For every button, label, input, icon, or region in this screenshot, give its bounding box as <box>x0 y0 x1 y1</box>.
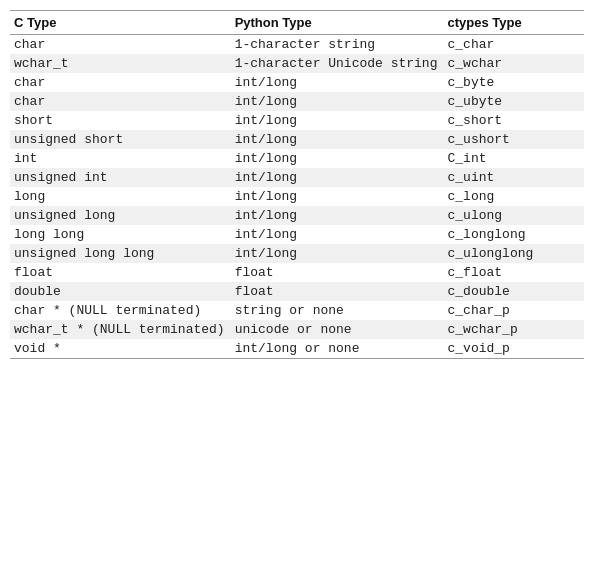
header-python: Python Type <box>231 11 444 35</box>
table-row: floatfloatc_float <box>10 263 584 282</box>
cell-r0-c2: c_char <box>443 35 584 55</box>
cell-r9-c2: c_ulong <box>443 206 584 225</box>
cell-r2-c2: c_byte <box>443 73 584 92</box>
cell-r14-c2: c_char_p <box>443 301 584 320</box>
cell-r5-c1: int/long <box>231 130 444 149</box>
table-row: wchar_t1-character Unicode stringc_wchar <box>10 54 584 73</box>
cell-r15-c0: wchar_t * (NULL terminated) <box>10 320 231 339</box>
cell-r5-c2: c_ushort <box>443 130 584 149</box>
cell-r16-c0: void * <box>10 339 231 359</box>
table-row: intint/longC_int <box>10 149 584 168</box>
cell-r1-c2: c_wchar <box>443 54 584 73</box>
cell-r15-c1: unicode or none <box>231 320 444 339</box>
cell-r3-c0: char <box>10 92 231 111</box>
cell-r6-c2: C_int <box>443 149 584 168</box>
cell-r16-c1: int/long or none <box>231 339 444 359</box>
cell-r8-c2: c_long <box>443 187 584 206</box>
cell-r1-c1: 1-character Unicode string <box>231 54 444 73</box>
cell-r14-c1: string or none <box>231 301 444 320</box>
cell-r5-c0: unsigned short <box>10 130 231 149</box>
cell-r1-c0: wchar_t <box>10 54 231 73</box>
cell-r13-c1: float <box>231 282 444 301</box>
cell-r11-c2: c_ulonglong <box>443 244 584 263</box>
cell-r4-c1: int/long <box>231 111 444 130</box>
cell-r4-c2: c_short <box>443 111 584 130</box>
table-row: long longint/longc_longlong <box>10 225 584 244</box>
cell-r10-c0: long long <box>10 225 231 244</box>
cell-r9-c0: unsigned long <box>10 206 231 225</box>
table-row: unsigned long longint/longc_ulonglong <box>10 244 584 263</box>
cell-r3-c1: int/long <box>231 92 444 111</box>
cell-r11-c1: int/long <box>231 244 444 263</box>
table-row: unsigned shortint/longc_ushort <box>10 130 584 149</box>
cell-r16-c2: c_void_p <box>443 339 584 359</box>
cell-r12-c0: float <box>10 263 231 282</box>
cell-r2-c0: char <box>10 73 231 92</box>
cell-r14-c0: char * (NULL terminated) <box>10 301 231 320</box>
cell-r8-c1: int/long <box>231 187 444 206</box>
header-ctype: C Type <box>10 11 231 35</box>
table-row: unsigned longint/longc_ulong <box>10 206 584 225</box>
cell-r0-c0: char <box>10 35 231 55</box>
cell-r12-c1: float <box>231 263 444 282</box>
table-header-row: C Type Python Type ctypes Type <box>10 11 584 35</box>
cell-r0-c1: 1-character string <box>231 35 444 55</box>
type-mapping-table: C Type Python Type ctypes Type char1-cha… <box>10 10 584 359</box>
table-row: doublefloatc_double <box>10 282 584 301</box>
cell-r6-c0: int <box>10 149 231 168</box>
table-row: unsigned intint/longc_uint <box>10 168 584 187</box>
cell-r3-c2: c_ubyte <box>443 92 584 111</box>
cell-r12-c2: c_float <box>443 263 584 282</box>
cell-r7-c2: c_uint <box>443 168 584 187</box>
cell-r7-c1: int/long <box>231 168 444 187</box>
cell-r13-c0: double <box>10 282 231 301</box>
table-row: char * (NULL terminated)string or nonec_… <box>10 301 584 320</box>
table-row: wchar_t * (NULL terminated)unicode or no… <box>10 320 584 339</box>
header-ctypes: ctypes Type <box>443 11 584 35</box>
cell-r15-c2: c_wchar_p <box>443 320 584 339</box>
table-row: charint/longc_byte <box>10 73 584 92</box>
cell-r2-c1: int/long <box>231 73 444 92</box>
cell-r11-c0: unsigned long long <box>10 244 231 263</box>
cell-r10-c1: int/long <box>231 225 444 244</box>
table-row: longint/longc_long <box>10 187 584 206</box>
table-row: charint/longc_ubyte <box>10 92 584 111</box>
cell-r13-c2: c_double <box>443 282 584 301</box>
cell-r7-c0: unsigned int <box>10 168 231 187</box>
table-row: void *int/long or nonec_void_p <box>10 339 584 359</box>
cell-r6-c1: int/long <box>231 149 444 168</box>
cell-r8-c0: long <box>10 187 231 206</box>
table-row: char1-character stringc_char <box>10 35 584 55</box>
table-row: shortint/longc_short <box>10 111 584 130</box>
cell-r9-c1: int/long <box>231 206 444 225</box>
cell-r4-c0: short <box>10 111 231 130</box>
cell-r10-c2: c_longlong <box>443 225 584 244</box>
